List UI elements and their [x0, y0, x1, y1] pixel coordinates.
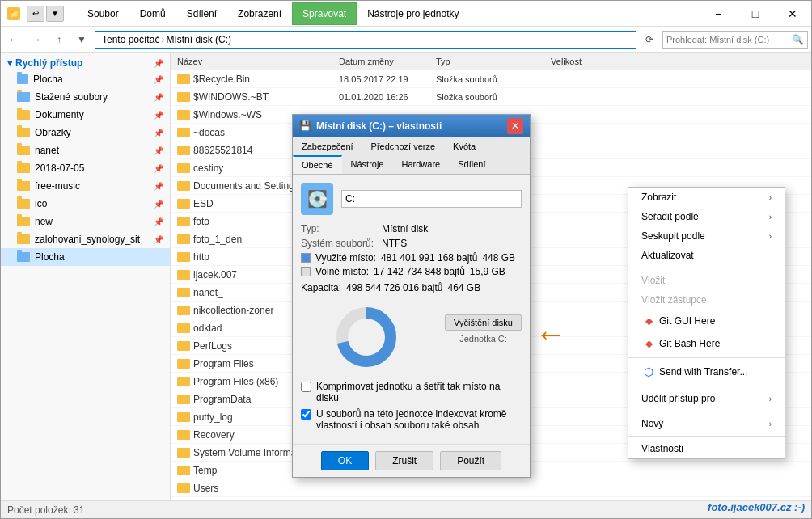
tab-manage[interactable]: Spravovat: [292, 2, 357, 25]
sidebar-item-label: zalohovani_synology_sit: [35, 234, 140, 245]
maximize-button[interactable]: □: [737, 1, 774, 27]
sidebar-item-zalohovani[interactable]: zalohovani_synology_sit 📌: [1, 230, 170, 248]
compress-checkbox[interactable]: [301, 382, 311, 392]
ctx-item-novy[interactable]: Nový ›: [628, 414, 785, 433]
dialog-tab-tools[interactable]: Nástroje: [342, 155, 393, 174]
file-name: $Recycle.Bin: [177, 74, 339, 85]
dialog-tab-prev-versions[interactable]: Předchozí verze: [362, 137, 444, 155]
sidebar-item-nanet[interactable]: nanet 📌: [1, 141, 170, 159]
quick-btn-2[interactable]: ▼: [46, 6, 64, 22]
tab-share[interactable]: Sdílení: [176, 2, 227, 25]
col-size-header[interactable]: Velikost: [517, 57, 582, 66]
drive-name-input[interactable]: [341, 190, 522, 208]
folder-file-icon: [177, 110, 190, 120]
path-computer: Tento počítač: [102, 34, 159, 45]
dialog-tab-quota[interactable]: Kvóta: [444, 137, 484, 155]
tab-home[interactable]: Domů: [129, 2, 176, 25]
table-row[interactable]: $WINDOWS.~BT 01.01.2020 16:26 Složka sou…: [171, 88, 811, 106]
nav-back-button[interactable]: ←: [4, 30, 23, 49]
sidebar-quick-access-label: Rychlý přístup: [15, 57, 82, 69]
ctx-item-seskupit[interactable]: Seskupit podle ›: [628, 226, 785, 246]
pin-icon: 📌: [154, 59, 163, 68]
dialog-close-button[interactable]: ✕: [507, 118, 523, 134]
ctx-item-label: Seskupit podle: [641, 230, 705, 242]
tab-view[interactable]: Zobrazení: [227, 2, 292, 25]
ctx-item-git-bash[interactable]: ◆ Git Bash Here: [628, 332, 785, 355]
ctx-separator: [628, 386, 785, 386]
dialog-tab-security[interactable]: Zabezpečení: [293, 137, 362, 155]
tab-file[interactable]: Soubor: [77, 2, 129, 25]
compress-label: Komprimovat jednotku a šetřit tak místo …: [316, 381, 522, 403]
dialog-content: 💽 Typ: Místní disk Systém souborů: NTFS …: [293, 175, 530, 444]
sidebar-item-plocha[interactable]: Plocha 📌: [1, 70, 170, 88]
ctx-item-label: Zobrazit: [641, 192, 676, 203]
ctx-item-vlastnosti[interactable]: Vlastnosti: [628, 439, 785, 458]
watermark: foto.ijacek007.cz :-): [708, 501, 805, 513]
file-name: Users: [177, 483, 339, 494]
pin-small-icon: 📌: [154, 200, 163, 209]
ctx-item-send-transfer[interactable]: ⬡ Send with Transfer...: [628, 361, 785, 383]
dialog-tab-sharing[interactable]: Sdílení: [449, 155, 494, 174]
col-date-header[interactable]: Datum změny: [339, 57, 436, 66]
tab-tools[interactable]: Nástroje pro jednotky: [357, 2, 469, 25]
sidebar-item-stazene[interactable]: Stažené soubory 📌: [1, 88, 170, 106]
file-date: 18.05.2017 22:19: [339, 74, 436, 84]
folder-file-icon: [177, 395, 190, 404]
folder-file-icon: [177, 323, 190, 333]
nav-up-button[interactable]: ↑: [49, 30, 69, 49]
ctx-item-udelit-pristup[interactable]: Udělit přístup pro ›: [628, 389, 785, 408]
nav-recent-button[interactable]: ▼: [72, 30, 91, 49]
sidebar-item-label: Plocha: [35, 251, 65, 263]
search-box[interactable]: 🔍: [662, 31, 808, 49]
context-menu: Zobrazit › Seřadit podle › Seskupit podl…: [628, 187, 785, 459]
sidebar-item-freemusic[interactable]: free-music 📌: [1, 177, 170, 195]
table-row[interactable]: $Recycle.Bin 18.05.2017 22:19 Složka sou…: [171, 70, 811, 88]
ok-button[interactable]: OK: [321, 451, 369, 470]
ctx-item-aktualizovat[interactable]: Aktualizovat: [628, 246, 785, 265]
minimize-button[interactable]: −: [700, 1, 737, 27]
folder-file-icon: [177, 163, 190, 173]
col-type-header[interactable]: Typ: [436, 57, 517, 66]
table-row[interactable]: Users: [171, 479, 811, 497]
ctx-arrow-icon: ›: [769, 395, 772, 403]
dialog-tabs: Zabezpečení Předchozí verze Kvóta: [293, 137, 530, 156]
unit-label: Jednotka C:: [445, 334, 522, 344]
dialog-tabs-2: Obecné Nástroje Hardware Sdílení: [293, 155, 530, 175]
index-checkbox[interactable]: [301, 409, 311, 420]
ctx-item-zobrazit[interactable]: Zobrazit ›: [628, 188, 785, 207]
ctx-arrow-icon: ›: [769, 213, 772, 222]
sidebar-item-ico[interactable]: ico 📌: [1, 195, 170, 213]
apply-button[interactable]: Použít: [440, 451, 501, 470]
close-button[interactable]: ✕: [774, 1, 811, 27]
search-input[interactable]: [666, 35, 792, 44]
ctx-separator: [628, 357, 785, 358]
sidebar-item-obrazky[interactable]: Obrázky 📌: [1, 124, 170, 141]
folder-icon: [17, 234, 30, 244]
refresh-button[interactable]: ⟳: [640, 30, 659, 49]
cancel-button[interactable]: Zrušit: [375, 451, 433, 470]
address-path[interactable]: Tento počítač › Místní disk (C:): [95, 31, 636, 49]
sidebar-item-plocha-bottom[interactable]: Plocha: [1, 248, 170, 266]
clean-disk-button[interactable]: Vyčištění disku: [445, 314, 522, 331]
quick-btn-1[interactable]: ↩: [27, 6, 44, 22]
folder-file-icon: [177, 234, 190, 244]
dialog-footer: OK Zrušit Použít: [293, 444, 530, 477]
folder-icon: [17, 181, 30, 191]
col-name-header[interactable]: Název: [177, 57, 339, 66]
sidebar-item-2018[interactable]: 2018-07-05 📌: [1, 159, 170, 177]
sidebar-item-dokumenty[interactable]: Dokumenty 📌: [1, 106, 170, 124]
nav-forward-button[interactable]: →: [27, 30, 46, 49]
folder-icon: [17, 74, 28, 84]
ctx-item-git-gui[interactable]: ◆ Git GUI Here: [628, 310, 785, 332]
sidebar-item-new[interactable]: new 📌: [1, 213, 170, 230]
dialog-tab-general[interactable]: Obecné: [293, 155, 342, 174]
dialog-tab-hardware[interactable]: Hardware: [393, 155, 450, 174]
ctx-item-seradit[interactable]: Seřadit podle ›: [628, 207, 785, 226]
ctx-item-label: Nový: [641, 418, 663, 429]
sidebar-quick-access[interactable]: ▾ Rychlý přístup 📌: [1, 56, 170, 70]
folder-file-icon: [177, 466, 190, 475]
sidebar-item-label: new: [35, 216, 53, 227]
ctx-item-vlozit: Vložit: [628, 271, 785, 290]
fs-value: NTFS: [382, 238, 407, 249]
pin-small-icon: 📌: [154, 217, 163, 226]
